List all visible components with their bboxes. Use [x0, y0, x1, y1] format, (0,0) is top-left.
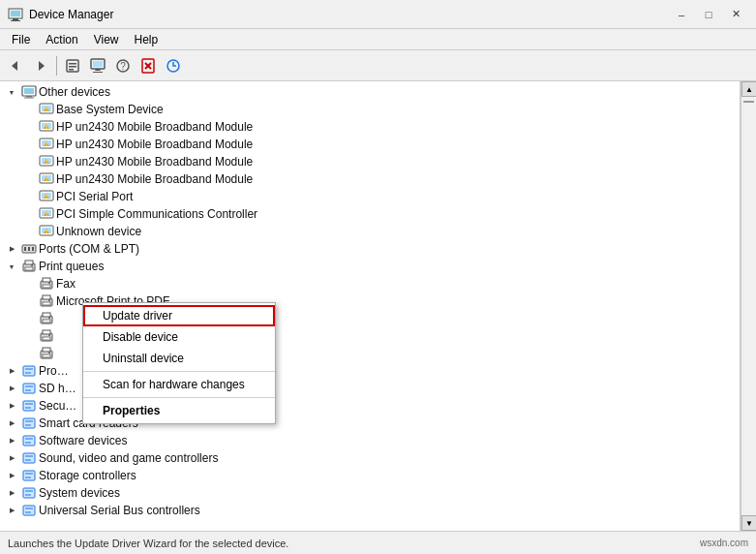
svg-rect-90 — [23, 453, 35, 463]
tree-item-label-system: System devices — [39, 486, 120, 500]
svg-rect-75 — [23, 366, 35, 376]
context-update-driver[interactable]: Update driver — [83, 305, 275, 326]
svg-point-62 — [48, 299, 50, 301]
svg-rect-83 — [25, 407, 31, 409]
tree-item-label-hp2: HP un2430 Mobile Broadband Module — [56, 138, 253, 151]
tree-item-software[interactable]: ▶ Software devices — [0, 432, 740, 449]
device-icon-fax — [39, 276, 54, 292]
svg-rect-88 — [25, 438, 33, 440]
context-properties[interactable]: Properties — [83, 400, 275, 421]
tree-item-hp4[interactable]: ! HP un2430 Mobile Broadband Module — [0, 170, 740, 188]
menu-action[interactable]: Action — [38, 31, 85, 48]
tree-item-label-hp1: HP un2430 Mobile Broadband Module — [56, 120, 253, 134]
expand-placeholder-unknown — [23, 224, 39, 239]
tree-item-bsd[interactable]: ! Base System Device — [0, 101, 740, 118]
svg-rect-80 — [25, 389, 31, 391]
expand-placeholder-pci-serial — [23, 189, 39, 204]
svg-rect-7 — [69, 63, 76, 65]
svg-rect-64 — [43, 313, 50, 317]
tree-item-storage[interactable]: ▶ Storage controllers — [0, 467, 740, 484]
device-icon-ports — [21, 241, 37, 257]
toolbar-properties[interactable] — [61, 54, 84, 77]
svg-rect-61 — [43, 302, 50, 305]
vertical-scrollbar[interactable]: ▲ ▼ — [741, 81, 756, 531]
minimize-button[interactable]: – — [669, 5, 694, 24]
expand-icon-ports[interactable]: ▶ — [4, 241, 19, 257]
expand-icon-smart-cards[interactable]: ▶ — [4, 416, 19, 431]
svg-rect-9 — [69, 69, 74, 71]
device-icon-root — [21, 84, 37, 100]
context-uninstall-device[interactable]: Uninstall device — [83, 348, 275, 369]
svg-rect-48 — [24, 247, 26, 251]
device-icon-sound — [21, 450, 37, 466]
context-disable-device[interactable]: Disable device — [83, 326, 275, 348]
device-icon-pci-serial: ! — [39, 189, 54, 204]
toolbar-scan-hardware[interactable] — [86, 54, 109, 77]
expand-icon-system[interactable]: ▶ — [4, 485, 19, 501]
expand-icon-proc[interactable]: ▶ — [4, 363, 19, 379]
tree-item-sound[interactable]: ▶ Sound, video and game controllers — [0, 449, 740, 467]
device-icon-sec — [21, 398, 37, 414]
svg-rect-22 — [24, 98, 34, 99]
expand-icon-sound[interactable]: ▶ — [4, 450, 19, 466]
tree-item-hp2[interactable]: ! HP un2430 Mobile Broadband Module — [0, 136, 740, 153]
toolbar-forward[interactable] — [29, 54, 52, 77]
expand-icon-sec[interactable]: ▶ — [4, 398, 19, 414]
scroll-up[interactable]: ▲ — [741, 81, 756, 97]
tree-item-pci-serial[interactable]: ! PCI Serial Port — [0, 188, 740, 205]
expand-placeholder-fax — [23, 276, 39, 292]
tree-item-usb[interactable]: ▶ Universal Serial Bus controllers — [0, 502, 740, 519]
svg-rect-97 — [25, 490, 33, 492]
svg-rect-89 — [25, 442, 31, 444]
expand-icon-sd[interactable]: ▶ — [4, 381, 19, 396]
scroll-down[interactable]: ▼ — [741, 515, 756, 531]
svg-rect-69 — [43, 337, 50, 340]
scroll-thumb[interactable] — [743, 101, 754, 103]
device-icon-hp2: ! — [39, 137, 54, 152]
expand-icon-usb[interactable]: ▶ — [4, 503, 19, 518]
device-icon-system — [21, 485, 37, 501]
expand-icon-software[interactable]: ▶ — [4, 433, 19, 448]
tree-item-print-queues[interactable]: ▼ Print queues — [0, 258, 740, 275]
tree-item-label-proc: Pro… — [39, 364, 69, 378]
toolbar-scan[interactable] — [162, 54, 185, 77]
app-icon — [8, 7, 23, 22]
menu-view[interactable]: View — [86, 31, 127, 48]
expand-icon-root[interactable]: ▼ — [4, 84, 19, 100]
svg-rect-72 — [43, 348, 50, 352]
svg-point-70 — [48, 334, 50, 336]
tree-item-ports[interactable]: ▶ Ports (COM & LPT) — [0, 240, 740, 258]
tree-item-hp3[interactable]: ! HP un2430 Mobile Broadband Module — [0, 153, 740, 170]
tree-item-system[interactable]: ▶ System devices — [0, 484, 740, 502]
status-right: wsxdn.com — [700, 538, 748, 548]
toolbar-back[interactable] — [4, 54, 27, 77]
tree-item-hp1[interactable]: ! HP un2430 Mobile Broadband Module — [0, 118, 740, 136]
tree-item-unknown[interactable]: ! Unknown device — [0, 223, 740, 240]
toolbar-uninstall[interactable] — [136, 54, 160, 77]
close-button[interactable]: ✕ — [723, 5, 748, 24]
tree-item-pci-simple[interactable]: ! PCI Simple Communications Controller — [0, 205, 740, 223]
tree-item-fax[interactable]: Fax — [0, 275, 740, 292]
tree-item-root[interactable]: ▼ Other devices — [0, 83, 740, 101]
expand-placeholder-pci-simple — [23, 206, 39, 222]
device-icon-unknown: ! — [39, 224, 54, 239]
svg-point-66 — [48, 317, 50, 319]
svg-rect-11 — [93, 61, 103, 67]
svg-point-54 — [31, 264, 33, 266]
menu-help[interactable]: Help — [127, 31, 166, 48]
svg-rect-82 — [25, 403, 33, 405]
expand-icon-print-queues[interactable]: ▼ — [4, 259, 19, 274]
device-tree[interactable]: ▼ Other devices ! Base System Device ! H… — [0, 81, 741, 531]
svg-rect-84 — [23, 418, 35, 428]
maximize-button[interactable]: □ — [696, 5, 721, 24]
svg-point-74 — [48, 352, 50, 354]
device-icon-sd — [21, 381, 37, 396]
svg-rect-93 — [23, 471, 35, 480]
tree-item-label-root: Other devices — [39, 85, 110, 99]
device-icon-pq3 — [39, 311, 54, 326]
toolbar-update-driver[interactable]: ? — [111, 54, 135, 77]
context-scan-hardware[interactable]: Scan for hardware changes — [83, 374, 275, 395]
tree-item-label-sound: Sound, video and game controllers — [39, 451, 218, 465]
expand-icon-storage[interactable]: ▶ — [4, 468, 19, 483]
menu-file[interactable]: File — [4, 31, 38, 48]
